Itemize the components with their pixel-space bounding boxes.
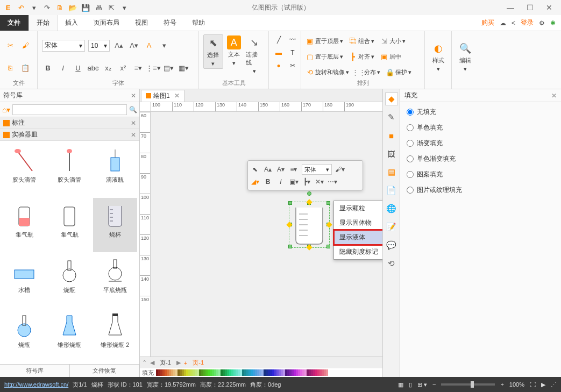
highlight-icon[interactable]: ▾ xyxy=(158,40,170,52)
login-link[interactable]: 登录 xyxy=(521,18,534,27)
tab-symbol-library[interactable]: 符号库 xyxy=(0,365,70,377)
context-item[interactable]: 显示颗粒 xyxy=(334,201,382,216)
symbol-item[interactable]: 滴液瓶 xyxy=(93,143,137,197)
brush-icon[interactable]: 🖌 xyxy=(19,40,31,52)
tools-icon[interactable]: ✕▾ xyxy=(315,177,324,187)
category-close-icon[interactable]: ✕ xyxy=(131,131,136,139)
bring-front-button[interactable]: ▣置于顶层▾ xyxy=(306,37,343,46)
context-item-highlighted[interactable]: 显示液体 xyxy=(334,230,382,245)
distribute-button[interactable]: ⋮⋮分布▾ xyxy=(354,68,380,77)
close-button[interactable]: ✕ xyxy=(542,2,557,13)
tab-layout[interactable]: 页面布局 xyxy=(86,15,127,31)
select-tool[interactable]: ⬉选择▾ xyxy=(203,34,223,69)
fill-panel-icon[interactable]: ◆ xyxy=(385,92,398,105)
fill-option-picture[interactable]: 图片或纹理填充 xyxy=(407,186,555,195)
symbol-item[interactable]: 集气瓶 xyxy=(47,198,91,252)
page-tab[interactable]: 页-1 xyxy=(160,359,171,367)
view-page-icon[interactable]: ▯ xyxy=(409,381,412,388)
symbol-item[interactable]: 胶头滴管 xyxy=(2,143,46,197)
shadow-panel-icon[interactable]: ■ xyxy=(385,129,398,142)
bold-icon[interactable]: B xyxy=(263,177,273,187)
crop-shape-icon[interactable]: ✂ xyxy=(287,60,298,71)
home-icon[interactable]: ⌂▾ xyxy=(2,105,10,114)
minimize-button[interactable]: — xyxy=(503,2,518,13)
view-grid-icon[interactable]: ▦ xyxy=(398,381,403,388)
view-fit-icon[interactable]: ⊞ ▾ xyxy=(417,381,427,388)
fill-option-pattern[interactable]: 图案填充 xyxy=(407,170,555,179)
superscript-button[interactable]: x² xyxy=(117,62,129,74)
present-icon[interactable]: ▶ xyxy=(541,381,545,388)
rotate-button[interactable]: ⟲旋转和镜像▾ xyxy=(306,68,349,77)
symbol-item[interactable]: 锥形烧瓶 xyxy=(47,308,91,362)
category-lab[interactable]: 实验器皿✕ xyxy=(0,129,139,141)
cloud-icon[interactable]: ☁ xyxy=(500,19,506,27)
zoom-in-icon[interactable]: + xyxy=(500,381,503,388)
mini-font-select[interactable]: 宋体▾ xyxy=(302,164,332,175)
undo-icon[interactable]: ↶ xyxy=(16,3,26,12)
paste-icon[interactable]: ✂ xyxy=(4,40,16,52)
more-icon[interactable]: ⋯▾ xyxy=(328,177,337,187)
symbol-item[interactable]: 平底烧瓶 xyxy=(93,253,137,307)
symbol-item[interactable]: 烧瓶 xyxy=(2,308,46,362)
style-button[interactable]: ◐样式▾ xyxy=(427,40,450,74)
align-button[interactable]: ┣对齐▾ xyxy=(349,53,374,61)
buy-link[interactable]: 购买 xyxy=(481,18,494,27)
brush-icon[interactable]: 🖌▾ xyxy=(335,165,345,174)
save-icon[interactable]: 💾 xyxy=(81,3,90,12)
align-icon[interactable]: ▤▾ xyxy=(162,62,174,74)
context-item[interactable]: 显示固体物 xyxy=(334,216,382,230)
grow-font-icon[interactable]: A▴ xyxy=(263,165,273,174)
pointer-icon[interactable]: ⬉ xyxy=(250,165,260,174)
add-page-icon[interactable]: + xyxy=(184,360,187,366)
color-swatches[interactable] xyxy=(156,369,328,376)
layer-icon[interactable]: ▣▾ xyxy=(289,177,299,187)
symbol-item[interactable]: 胶头滴管 xyxy=(47,143,91,197)
font-family-select[interactable]: 宋体▾ xyxy=(42,40,85,52)
copy-icon[interactable]: ⎘ xyxy=(4,62,16,74)
qat-more-icon[interactable]: ▾ xyxy=(119,3,129,12)
italic-icon[interactable]: I xyxy=(276,177,286,187)
subscript-button[interactable]: x₂ xyxy=(102,62,114,74)
fill-option-none[interactable]: 无填充 xyxy=(407,108,555,117)
group-button[interactable]: ⿻组合▾ xyxy=(349,37,374,46)
close-tab-icon[interactable]: ✕ xyxy=(174,92,180,99)
symbol-item[interactable]: 锥形烧瓶 2 xyxy=(93,308,137,362)
symbol-item[interactable]: 烧瓶 xyxy=(47,253,91,307)
search-icon[interactable]: 🔍 xyxy=(129,106,137,113)
rect-shape-icon[interactable]: ▬ xyxy=(273,47,284,58)
line-panel-icon[interactable]: ✎ xyxy=(385,111,398,124)
open-icon[interactable]: 📂 xyxy=(68,3,77,12)
fill-option-solid[interactable]: 单色填充 xyxy=(407,123,555,132)
link-panel-icon[interactable]: 🌐 xyxy=(385,202,398,215)
resize-handle[interactable] xyxy=(326,245,330,248)
export-icon[interactable]: ⇱ xyxy=(106,3,116,12)
symbol-item[interactable]: 水槽 xyxy=(2,253,46,307)
align2-icon[interactable]: ▦▾ xyxy=(177,62,189,74)
undo-dropdown-icon[interactable]: ▾ xyxy=(29,3,39,12)
page-tab-active[interactable]: 页-1 xyxy=(193,359,204,367)
align2-icon[interactable]: ┣▾ xyxy=(302,177,311,187)
bullets-icon[interactable]: ⋮≡▾ xyxy=(147,62,159,74)
fill-option-mono-gradient[interactable]: 单色渐变填充 xyxy=(407,154,555,163)
tab-symbol[interactable]: 符号 xyxy=(156,15,184,31)
redo-icon[interactable]: ↷ xyxy=(42,3,52,12)
bold-button[interactable]: B xyxy=(42,62,54,74)
doc-tab[interactable]: 绘图1✕ xyxy=(141,90,184,102)
prev-page-icon[interactable]: ◀ xyxy=(150,359,154,366)
linespacing-icon[interactable]: ≡▾ xyxy=(132,62,144,74)
curve-shape-icon[interactable]: 〰 xyxy=(287,34,298,45)
text-tool[interactable]: A文本▾ xyxy=(224,34,244,68)
context-item[interactable]: 隐藏刻度标记 xyxy=(334,245,382,259)
fill-panel-close-icon[interactable]: ✕ xyxy=(551,92,557,99)
history-panel-icon[interactable]: ⟲ xyxy=(385,257,398,270)
resize-handle[interactable] xyxy=(288,201,292,205)
share-icon[interactable]: < xyxy=(512,19,515,27)
edit-button[interactable]: 🔍编辑▾ xyxy=(454,40,477,74)
comment-panel-icon[interactable]: 💬 xyxy=(385,239,398,252)
resize-handle[interactable] xyxy=(326,201,330,205)
canvas[interactable]: ⬉ A▴ A▾ ≡▾ 宋体▾ 🖌▾ ◢▾ B I ▣▾ ┣▾ ✕▾ xyxy=(151,112,382,357)
fullscreen-icon[interactable]: ⛶ xyxy=(530,381,536,388)
expand-icon[interactable]: ⌃ xyxy=(142,359,147,366)
center-button[interactable]: ▣居中 xyxy=(380,53,401,61)
circle-shape-icon[interactable]: ● xyxy=(273,60,284,71)
